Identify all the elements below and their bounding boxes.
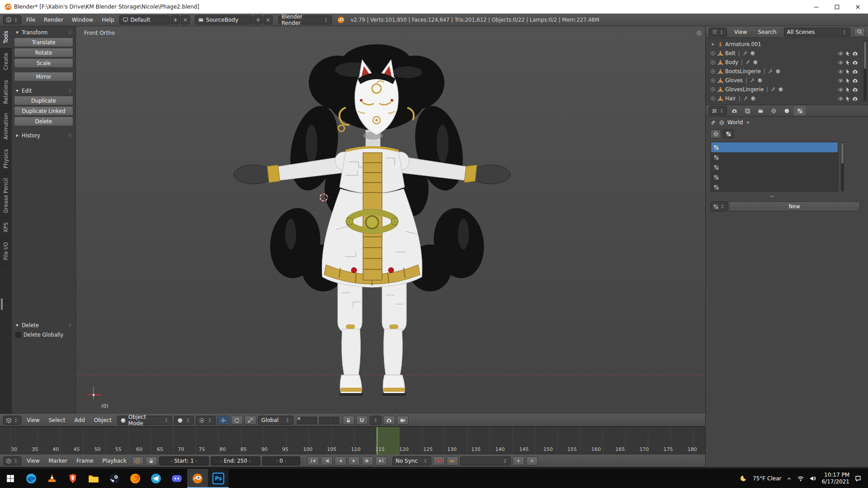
layer-cell[interactable] (305, 417, 309, 420)
opengl-render-anim-button[interactable] (397, 416, 409, 425)
sync-dropdown[interactable]: No Sync (392, 456, 431, 465)
renderability-camera-icon[interactable] (852, 78, 858, 84)
visibility-eye-icon[interactable] (838, 96, 844, 102)
taskbar-app-photoshop[interactable]: Ps (208, 469, 229, 488)
region-expand-icon[interactable] (696, 30, 702, 36)
outliner-item-gloveslingerie[interactable]: GlovesLingerie | (706, 85, 868, 94)
weather-moon-icon[interactable] (740, 474, 748, 483)
opengl-render-button[interactable] (383, 416, 395, 425)
current-frame-field[interactable]: ‹ 0 › (262, 456, 300, 465)
edit-panel-header[interactable]: Edit (14, 86, 73, 95)
browse-texture-dropdown[interactable] (711, 202, 727, 211)
render-engine-dropdown[interactable]: Blender Render (278, 15, 332, 24)
add-scene-button[interactable] (254, 15, 263, 24)
redo-panel-header[interactable]: Delete (14, 321, 73, 330)
lock-to-scene-button[interactable] (343, 416, 354, 425)
decrement-arrow-icon[interactable]: ‹ (170, 459, 172, 464)
texture-slot[interactable] (711, 182, 838, 192)
layer-cell[interactable] (327, 417, 331, 420)
toolshelf-tab-relations[interactable]: Relations (0, 75, 12, 109)
renderability-camera-icon[interactable] (852, 87, 858, 93)
layer-cell[interactable] (301, 421, 305, 424)
editor-type-selector[interactable] (3, 15, 21, 24)
slot-list-scrollbar[interactable] (841, 142, 844, 192)
manipulator-rotate-button[interactable] (231, 416, 243, 425)
remove-layout-button[interactable] (181, 15, 190, 24)
outliner-item-hair[interactable]: Hair | (706, 94, 868, 103)
outliner-display-dropdown[interactable]: All Scenes (784, 28, 850, 37)
layer-cell[interactable] (301, 417, 305, 420)
layer-cell[interactable] (323, 417, 327, 420)
expand-arrow-icon[interactable] (710, 42, 716, 47)
selectability-cursor-icon[interactable] (845, 87, 851, 93)
menu-render[interactable]: Render (40, 14, 67, 26)
timeline-editor-type-button[interactable] (3, 456, 21, 465)
decrement-arrow-icon[interactable]: ‹ (276, 459, 278, 464)
other-texture-context-button[interactable] (723, 129, 734, 138)
snap-mode-dropdown[interactable] (370, 416, 382, 425)
3d-cursor[interactable] (318, 192, 330, 203)
outliner-editor-type-button[interactable] (709, 28, 727, 37)
taskbar-app-steam[interactable] (104, 469, 125, 488)
tray-overflow-chevron-icon[interactable] (786, 476, 792, 482)
layer-cell[interactable] (327, 421, 331, 424)
taskbar-app-blender[interactable] (187, 469, 208, 488)
layer-cell[interactable] (313, 421, 317, 424)
menu-window[interactable]: Window (68, 14, 97, 26)
visibility-eye-icon[interactable] (838, 51, 844, 56)
layer-cell[interactable] (331, 417, 335, 420)
selectability-cursor-icon[interactable] (845, 96, 851, 102)
pivot-dropdown[interactable] (196, 416, 216, 425)
translate-button[interactable]: Translate (14, 38, 73, 47)
scrollbar-thumb[interactable] (864, 42, 866, 69)
remove-scene-button[interactable] (264, 15, 273, 24)
toolshelf-tab-grease-pencil[interactable]: Grease Pencil (0, 174, 12, 218)
layer-cell[interactable] (335, 421, 339, 424)
scene-selector[interactable]: SourceBody (195, 15, 253, 24)
selectability-cursor-icon[interactable] (845, 51, 851, 56)
taskbar-app-firefox[interactable] (125, 469, 146, 488)
renderability-camera-icon[interactable] (852, 60, 858, 66)
layer-cell[interactable] (319, 421, 323, 424)
manipulator-scale-button[interactable] (245, 416, 256, 425)
timeline-ruler[interactable]: 3035404550556065707580859095100105110115… (0, 427, 705, 455)
layer-cell[interactable] (331, 421, 335, 424)
expand-plus-icon[interactable] (710, 51, 716, 56)
timeline-menu-marker[interactable]: Marker (45, 455, 71, 467)
expand-plus-icon[interactable] (710, 60, 716, 65)
toolshelf-tab-animation[interactable]: Animation (0, 108, 12, 145)
close-button[interactable] (847, 0, 868, 14)
tab-render[interactable] (728, 106, 740, 116)
outliner-item-belt[interactable]: Belt | (706, 49, 868, 58)
jump-to-start-button[interactable] (307, 456, 319, 465)
renderability-camera-icon[interactable] (852, 69, 858, 75)
timeline-menu-playback[interactable]: Playback (99, 455, 130, 467)
duplicate-linked-button[interactable]: Duplicate Linked (14, 106, 73, 116)
frame-start-field[interactable]: ‹ Start: 1 › (159, 456, 209, 465)
menu-help[interactable]: Help (98, 14, 118, 26)
texture-slot-selected[interactable] (711, 142, 838, 152)
minimize-button[interactable] (806, 0, 826, 14)
visibility-eye-icon[interactable] (838, 87, 844, 93)
toolshelf-tab-create[interactable]: Create (0, 48, 12, 75)
increment-arrow-icon[interactable]: › (285, 459, 287, 464)
next-keyframe-button[interactable] (362, 456, 373, 465)
taskbar-app-brave[interactable] (62, 469, 83, 488)
delete-keyframe-button[interactable] (526, 456, 538, 465)
mode-dropdown[interactable]: Object Mode (117, 416, 172, 425)
outliner-item-armature[interactable]: Armature.001 (706, 40, 868, 49)
texture-slot[interactable] (711, 172, 838, 182)
layers-widget[interactable] (297, 417, 339, 424)
list-resize-handle-icon[interactable] (769, 193, 775, 199)
weather-status[interactable]: 75°F Clear (753, 475, 781, 482)
increment-arrow-icon[interactable]: › (196, 459, 198, 464)
new-texture-button[interactable]: New (729, 202, 860, 211)
region-splitter-handle[interactable] (1, 298, 3, 310)
scrollbar-thumb[interactable] (841, 143, 844, 164)
taskbar-app-telegram[interactable] (146, 469, 166, 488)
renderability-camera-icon[interactable] (852, 96, 858, 102)
selectability-cursor-icon[interactable] (845, 78, 851, 84)
selectability-cursor-icon[interactable] (845, 60, 851, 66)
layer-cell[interactable] (335, 417, 339, 420)
layer-cell[interactable] (313, 417, 317, 420)
